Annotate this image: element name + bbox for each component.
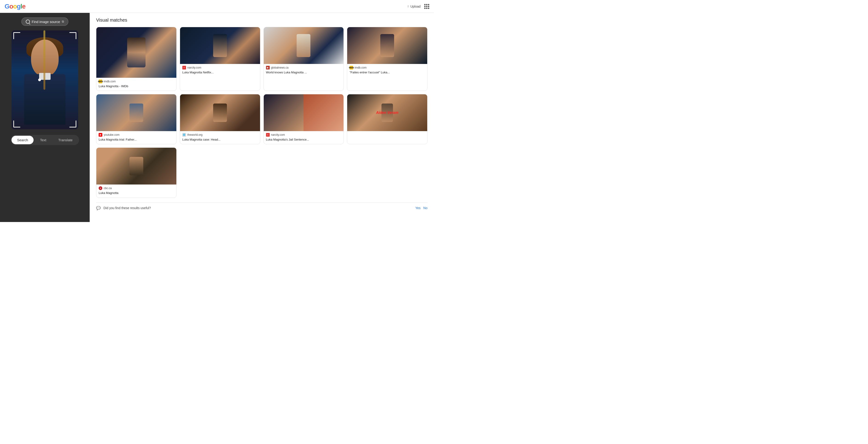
result-title-2: Luka Magnotta Netflix... bbox=[182, 70, 258, 75]
result-title-7: Luka Magnotta's Jail Sentence... bbox=[266, 138, 341, 142]
favicon-youtube-1: ▶ bbox=[99, 133, 102, 137]
favicon-narcity-1: ≡ bbox=[182, 66, 186, 69]
result-info-5: ▶ youtube.com Luka Magnotta trial: Fathe… bbox=[96, 131, 176, 144]
result-image-2 bbox=[180, 27, 260, 64]
right-panel: Visual matches IMDb imdb.com Luka Magnot… bbox=[90, 13, 434, 222]
source-name-3: globalnews.ca bbox=[271, 66, 288, 69]
source-line-5: ▶ youtube.com bbox=[99, 133, 174, 137]
result-card-1[interactable]: IMDb imdb.com Luka Magnotta - IMDb bbox=[96, 27, 177, 91]
bracket-top-left bbox=[13, 32, 20, 39]
header: Google ↑ Upload bbox=[0, 0, 434, 13]
selection-dot bbox=[38, 79, 41, 81]
aiden-veram-text: Aiden Veram bbox=[376, 111, 399, 115]
upload-button[interactable]: ↑ Upload bbox=[407, 4, 421, 8]
dual-image-left bbox=[264, 94, 304, 131]
result-info-3: ▶ globalnews.ca World knows Luka Magnott… bbox=[264, 64, 344, 77]
source-name-6: theworld.org bbox=[187, 133, 203, 137]
result-image-5 bbox=[96, 94, 176, 131]
google-apps-icon[interactable] bbox=[424, 4, 429, 9]
results-grid: IMDb imdb.com Luka Magnotta - IMDb ≡ nar… bbox=[96, 27, 428, 198]
result-card-4[interactable]: IMDb imdb.com "Faites entrer l'accusé" L… bbox=[347, 27, 428, 91]
uploaded-image-container bbox=[11, 30, 78, 129]
source-name-4: imdb.com bbox=[354, 66, 367, 69]
result-card-3[interactable]: ▶ globalnews.ca World knows Luka Magnott… bbox=[264, 27, 344, 91]
source-line-6: 🌐 theworld.org bbox=[182, 133, 258, 137]
bracket-top-right bbox=[69, 32, 76, 39]
favicon-theworld-1: 🌐 bbox=[182, 133, 186, 137]
favicon-imdb-1: IMDb bbox=[99, 80, 102, 83]
source-name-1: imdb.com bbox=[104, 80, 116, 83]
find-image-label: Find image source bbox=[32, 20, 60, 24]
favicon-global-1: ▶ bbox=[266, 66, 270, 69]
google-logo: Google bbox=[5, 3, 25, 10]
feedback-text: Did you find these results useful? bbox=[103, 206, 412, 210]
result-title-1: Luka Magnotta - IMDb bbox=[99, 84, 174, 88]
section-title: Visual matches bbox=[96, 18, 428, 23]
result-title-6: Luka Magnotta case: Head... bbox=[182, 138, 258, 142]
source-line-1: IMDb imdb.com bbox=[99, 80, 174, 83]
result-info-2: ≡ narcity.com Luka Magnotta Netflix... bbox=[180, 64, 260, 77]
header-right: ↑ Upload bbox=[407, 4, 429, 9]
source-name-2: narcity.com bbox=[187, 66, 201, 69]
result-title-5: Luka Magnotta trial: Father... bbox=[99, 138, 174, 142]
result-image-4 bbox=[347, 27, 427, 64]
result-image-9 bbox=[96, 148, 176, 184]
feedback-icon: 💬 bbox=[96, 206, 101, 210]
search-button[interactable]: Search bbox=[11, 136, 34, 144]
result-info-6: 🌐 theworld.org Luka Magnotta case: Head.… bbox=[180, 131, 260, 144]
source-name-9: cbc.ca bbox=[104, 186, 112, 190]
source-name-5: youtube.com bbox=[104, 133, 120, 137]
source-name-7: narcity.com bbox=[271, 133, 285, 137]
dual-image-right bbox=[304, 94, 343, 131]
header-left: Google bbox=[5, 3, 25, 10]
find-image-source-button[interactable]: Find image source ⧉ bbox=[21, 18, 68, 26]
translate-button[interactable]: Translate bbox=[53, 136, 78, 144]
source-line-7: ≡ narcity.com bbox=[266, 133, 341, 137]
favicon-narcity-2: ≡ bbox=[266, 133, 270, 137]
result-image-3 bbox=[264, 27, 344, 64]
result-image-7 bbox=[264, 94, 344, 131]
favicon-cbc-1: ● bbox=[99, 186, 102, 190]
result-info-8 bbox=[347, 131, 427, 136]
left-panel: Find image source ⧉ bbox=[0, 13, 90, 222]
source-line-4: IMDb imdb.com bbox=[349, 66, 425, 69]
bracket-bottom-right bbox=[69, 121, 76, 127]
source-line-9: ● cbc.ca bbox=[99, 186, 174, 190]
result-card-7[interactable]: ≡ narcity.com Luka Magnotta's Jail Sente… bbox=[264, 94, 344, 144]
result-image-6 bbox=[180, 94, 260, 131]
person-image bbox=[11, 30, 78, 129]
result-card-5[interactable]: ▶ youtube.com Luka Magnotta trial: Fathe… bbox=[96, 94, 177, 144]
result-info-7: ≡ narcity.com Luka Magnotta's Jail Sente… bbox=[264, 131, 344, 144]
external-link-icon: ⧉ bbox=[62, 20, 64, 24]
favicon-imdb-2: IMDb bbox=[349, 66, 353, 69]
action-buttons-group: Search Text Translate bbox=[10, 135, 79, 145]
result-image-1 bbox=[96, 27, 176, 78]
main-content: Find image source ⧉ bbox=[0, 13, 434, 222]
result-title-4: "Faites entrer l'accusé" Luka... bbox=[349, 70, 425, 75]
result-image-8: Aiden Veram bbox=[347, 94, 427, 131]
source-line-3: ▶ globalnews.ca bbox=[266, 66, 341, 69]
result-card-2[interactable]: ≡ narcity.com Luka Magnotta Netflix... bbox=[180, 27, 260, 91]
result-card-9[interactable]: ● cbc.ca Luka Magnotta bbox=[96, 147, 177, 198]
bracket-bottom-left bbox=[13, 121, 20, 127]
upload-icon: ↑ bbox=[407, 4, 409, 8]
source-line-2: ≡ narcity.com bbox=[182, 66, 258, 69]
upload-label: Upload bbox=[410, 5, 421, 8]
result-info-9: ● cbc.ca Luka Magnotta bbox=[96, 184, 176, 197]
lens-icon bbox=[26, 20, 30, 24]
result-card-6[interactable]: 🌐 theworld.org Luka Magnotta case: Head.… bbox=[180, 94, 260, 144]
text-button[interactable]: Text bbox=[34, 136, 52, 144]
feedback-bar: 💬 Did you find these results useful? Yes… bbox=[96, 202, 428, 213]
result-title-9: Luka Magnotta bbox=[99, 191, 174, 195]
background-bar bbox=[43, 30, 45, 90]
result-info-4: IMDb imdb.com "Faites entrer l'accusé" L… bbox=[347, 64, 427, 77]
feedback-no-button[interactable]: No bbox=[423, 206, 428, 210]
result-title-3: World knows Luka Magnotta ... bbox=[266, 70, 341, 75]
result-card-8[interactable]: Aiden Veram bbox=[347, 94, 428, 144]
feedback-yes-button[interactable]: Yes bbox=[415, 206, 421, 210]
result-info-1: IMDb imdb.com Luka Magnotta - IMDb bbox=[96, 78, 176, 91]
